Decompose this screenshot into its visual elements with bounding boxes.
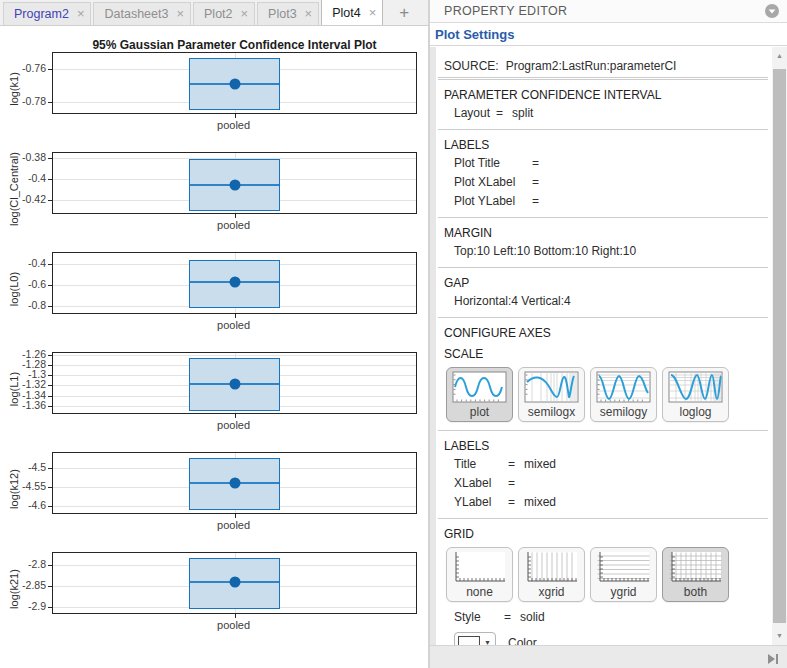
tab-label: Plot3 — [268, 7, 297, 21]
gap-values[interactable]: Horizontal:4 Vertical:4 — [444, 292, 772, 311]
section-heading: GRID — [444, 526, 772, 543]
x-tick — [235, 513, 236, 518]
horizontal-scrollbar[interactable] — [430, 645, 787, 668]
section-heading: LABELS — [444, 137, 772, 154]
axes-box[interactable] — [52, 352, 417, 414]
tab-label: Plot4 — [332, 6, 361, 20]
close-tab-icon[interactable]: × — [77, 9, 85, 19]
y-tick-label: -0.38 — [0, 151, 46, 163]
section-heading: GAP — [444, 275, 772, 292]
estimate-marker[interactable] — [229, 179, 240, 190]
estimate-marker[interactable] — [229, 276, 240, 287]
section-heading: CONFIGURE AXES — [444, 325, 772, 342]
y-tick-label: -1.36 — [0, 399, 46, 411]
axes-box[interactable] — [52, 552, 417, 614]
scroll-down-icon[interactable]: ▼ — [772, 629, 787, 643]
grid-option-both[interactable]: both — [662, 547, 729, 602]
title-value[interactable]: mixed — [524, 455, 556, 474]
y-tick — [48, 69, 53, 70]
y-tick-label: -0.76 — [0, 62, 46, 74]
source-label: SOURCE: — [444, 59, 499, 73]
vertical-scrollbar[interactable]: ▲ ▼ — [772, 47, 787, 645]
y-tick-label: -0.78 — [0, 95, 46, 107]
grid-option-ygrid[interactable]: ygrid — [590, 547, 657, 602]
plot-xlabel-row: Plot XLabel = — [444, 173, 772, 192]
add-tab-button[interactable]: + — [399, 5, 409, 21]
estimate-marker[interactable] — [229, 477, 240, 488]
close-tab-icon[interactable]: × — [176, 9, 184, 19]
estimate-marker[interactable] — [229, 79, 240, 90]
y-tick — [48, 586, 53, 587]
tab-label: Datasheet3 — [104, 7, 168, 21]
ylabel-value[interactable]: mixed — [524, 493, 556, 512]
equals-sign: = — [508, 493, 515, 512]
x-tick — [235, 413, 236, 418]
chevron-down-circle-icon — [765, 4, 779, 18]
section-heading: LABELS — [444, 438, 772, 455]
loglog-scale-icon — [668, 371, 724, 404]
plot-ylabel-row: Plot YLabel = — [444, 192, 772, 211]
axes-box[interactable] — [52, 252, 417, 314]
skip-to-end-icon — [766, 653, 780, 665]
field-label: XLabel — [454, 474, 502, 493]
collapse-panel-button[interactable] — [765, 4, 779, 18]
section-configure-axes: CONFIGURE AXES — [436, 318, 772, 342]
xgrid-grid-icon — [524, 551, 580, 584]
title-row: Title = mixed — [444, 455, 772, 474]
section-heading: MARGIN — [444, 225, 772, 242]
section-plot-labels: LABELS Plot Title = Plot XLabel = Plot Y… — [436, 130, 772, 217]
scale-option-loglog[interactable]: loglog — [662, 367, 729, 422]
y-tick — [48, 406, 53, 407]
scroll-to-end-button[interactable] — [766, 651, 780, 668]
close-tab-icon[interactable]: × — [241, 9, 249, 19]
equals-sign: = — [508, 455, 515, 474]
y-tick — [48, 285, 53, 286]
plots-area: 95% Gaussian Parameter Confidence Interv… — [0, 26, 428, 668]
plot-scale-icon — [452, 371, 508, 404]
grid-color-dropdown[interactable]: ▼ — [454, 632, 496, 645]
axes-box[interactable] — [52, 152, 417, 214]
margin-values[interactable]: Top:10 Left:10 Bottom:10 Right:10 — [444, 242, 772, 261]
y-tick — [48, 200, 53, 201]
subplot-log(L1): log(L1)-1.26-1.28-1.3-1.32-1.34-1.36pool… — [0, 352, 428, 452]
scale-option-plot[interactable]: plot — [446, 367, 513, 422]
section-scale: SCALE plotsemilogxsemilogyloglog — [436, 342, 772, 430]
axes-box[interactable] — [52, 52, 417, 114]
y-tick-label: -2.85 — [0, 579, 46, 591]
option-label: none — [449, 585, 510, 599]
scale-option-semilogy[interactable]: semilogy — [590, 367, 657, 422]
tab-label: Plot2 — [204, 7, 233, 21]
scrollbar-thumb[interactable] — [773, 69, 786, 623]
grid-option-xgrid[interactable]: xgrid — [518, 547, 585, 602]
estimate-marker[interactable] — [229, 577, 240, 588]
estimate-marker[interactable] — [229, 378, 240, 389]
scale-option-semilogx[interactable]: semilogx — [518, 367, 585, 422]
option-label: plot — [449, 405, 510, 419]
y-tick-label: -2.9 — [0, 600, 46, 612]
grid-style-value[interactable]: solid — [520, 608, 545, 627]
close-tab-icon[interactable]: × — [369, 8, 377, 18]
option-label: semilogy — [593, 405, 654, 419]
scroll-up-icon[interactable]: ▲ — [772, 49, 787, 63]
y-tick — [48, 365, 53, 366]
y-axis-label: log(k1) — [8, 43, 20, 135]
tab-program2[interactable]: Program2× — [3, 2, 91, 25]
x-tick — [235, 613, 236, 618]
x-tick-label: pooled — [184, 419, 284, 431]
tab-plot3[interactable]: Plot3× — [257, 2, 319, 25]
section-grid: GRID nonexgridygridboth Style = solid ▼ … — [436, 519, 772, 645]
y-tick-label: -2.8 — [0, 558, 46, 570]
close-tab-icon[interactable]: × — [305, 9, 313, 19]
y-tick-label: -4.5 — [0, 461, 46, 473]
subplot-log(L0): log(L0)-0.4-0.6-0.8pooled — [0, 252, 428, 352]
tab-plot2[interactable]: Plot2× — [193, 2, 255, 25]
axes-box[interactable] — [52, 452, 417, 514]
grid-option-none[interactable]: none — [446, 547, 513, 602]
layout-row: Layout = split — [444, 104, 772, 123]
tab-label: Program2 — [14, 7, 69, 21]
y-tick-label: -4.55 — [0, 480, 46, 492]
layout-value[interactable]: split — [512, 104, 533, 123]
tab-datasheet3[interactable]: Datasheet3× — [93, 2, 191, 25]
tab-plot4[interactable]: Plot4× — [321, 0, 383, 25]
field-label: Plot XLabel — [454, 173, 526, 192]
